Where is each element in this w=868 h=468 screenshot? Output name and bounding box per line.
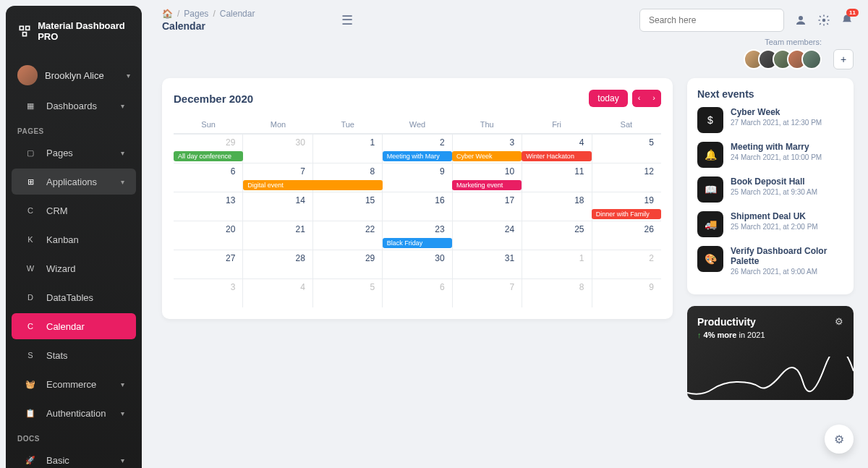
calendar-cell[interactable]: 11 bbox=[522, 163, 591, 192]
calendar-cell[interactable]: 20 bbox=[174, 221, 242, 250]
sidebar-item-calendar[interactable]: C Calendar bbox=[12, 313, 136, 339]
calendar-cell[interactable]: 16 bbox=[382, 192, 451, 221]
calendar-cell[interactable]: 29 bbox=[312, 250, 382, 278]
user-avatar bbox=[17, 65, 38, 85]
user-name: Brooklyn Alice bbox=[45, 70, 127, 81]
topbar: 🏠 / Pages / Calendar Calendar ☰ 11 bbox=[162, 9, 854, 32]
breadcrumb-pages[interactable]: Pages bbox=[184, 9, 208, 19]
sidebar-item-auth[interactable]: 📋 Authentication ▾ bbox=[12, 400, 136, 426]
sidebar-item-applications[interactable]: ⊞ Applications ▾ bbox=[12, 169, 136, 195]
chevron-down-icon: ▾ bbox=[121, 409, 124, 417]
calendar-cell[interactable]: 31 bbox=[452, 250, 522, 278]
sidebar-item-kanban[interactable]: K Kanban bbox=[12, 226, 136, 252]
calendar-cell[interactable]: 9 bbox=[382, 163, 451, 192]
next-events-card: Next events $ Cyber Week 27 March 2021, … bbox=[687, 78, 854, 294]
calendar-week: 293012345All day conferenceMeeting with … bbox=[174, 134, 661, 163]
calendar-cell[interactable]: 26 bbox=[592, 221, 661, 250]
sidebar-item-ecommerce[interactable]: 🧺 Ecommerce ▾ bbox=[12, 371, 136, 397]
calendar-cell[interactable]: 18 bbox=[522, 192, 591, 221]
settings-fab[interactable]: ⚙ bbox=[825, 425, 854, 454]
calendar-cell[interactable]: 5 bbox=[312, 279, 382, 307]
calendar-cell[interactable]: 14 bbox=[242, 192, 312, 221]
today-button[interactable]: today bbox=[589, 90, 627, 107]
calendar-cell[interactable]: 30 bbox=[242, 135, 312, 163]
calendar-cell[interactable]: 5 bbox=[592, 135, 661, 163]
day-header: Wed bbox=[383, 116, 452, 134]
calendar-event[interactable]: Cyber Week bbox=[452, 151, 522, 161]
calendar-cell[interactable]: 6 bbox=[174, 163, 242, 192]
calendar-week: 272829303112 bbox=[174, 250, 661, 278]
svg-rect-2 bbox=[23, 33, 27, 36]
prev-button[interactable]: ‹ bbox=[632, 90, 647, 107]
brand[interactable]: Material Dashboard PRO bbox=[6, 14, 142, 48]
event-date: 25 March 2021, at 2:00 PM bbox=[731, 223, 818, 231]
calendar-cell[interactable]: 25 bbox=[522, 221, 591, 250]
chevron-down-icon: ▾ bbox=[121, 380, 124, 388]
notification-badge: 11 bbox=[846, 9, 859, 17]
sidebar-item-basic[interactable]: 🚀 Basic ▾ bbox=[12, 447, 136, 468]
event-title: Shipment Deal UK bbox=[731, 211, 818, 221]
calendar-cell[interactable]: 6 bbox=[382, 279, 451, 307]
calendar-cell[interactable]: 1 bbox=[312, 135, 382, 163]
calendar-event[interactable]: Digital event bbox=[243, 180, 383, 190]
calendar-cell[interactable]: 4 bbox=[242, 279, 312, 307]
productivity-subtitle: ↑ 4% more in 2021 bbox=[697, 331, 843, 339]
sidebar-user[interactable]: Brooklyn Alice ▾ bbox=[6, 59, 142, 91]
home-icon[interactable]: 🏠 bbox=[162, 9, 173, 19]
search-input[interactable] bbox=[639, 9, 784, 32]
next-button[interactable]: › bbox=[647, 90, 661, 107]
gear-icon[interactable] bbox=[817, 14, 830, 27]
page-title: Calendar bbox=[162, 20, 255, 32]
calendar-cell[interactable]: 8 bbox=[522, 279, 591, 307]
sidebar-item-dashboards[interactable]: ▦ Dashboards ▾ bbox=[12, 93, 136, 119]
calendar-card: December 2020 today ‹ › SunMonTueWedThuF… bbox=[162, 78, 673, 319]
calendar-event[interactable]: Winter Hackaton bbox=[522, 151, 591, 161]
calendar-cell[interactable]: 3 bbox=[174, 279, 242, 307]
sidebar-item-datatables[interactable]: D DataTables bbox=[12, 284, 136, 310]
basket-icon: 🧺 bbox=[23, 377, 38, 391]
event-item[interactable]: 🚚 Shipment Deal UK 25 March 2021, at 2:0… bbox=[697, 211, 843, 237]
calendar-cell[interactable]: 27 bbox=[174, 250, 242, 278]
sidebar-item-wizard[interactable]: W Wizard bbox=[12, 255, 136, 281]
bell-icon[interactable]: 11 bbox=[841, 14, 854, 27]
svg-point-3 bbox=[799, 16, 803, 20]
calendar-cell[interactable]: 1 bbox=[522, 250, 591, 278]
calendar-week: 13141516171819Dinner with Family bbox=[174, 192, 661, 221]
sidebar-heading-docs: DOCS bbox=[6, 427, 142, 446]
event-item[interactable]: 📖 Book Deposit Hall 25 March 2021, at 9:… bbox=[697, 176, 843, 203]
calendar-event[interactable]: All day conference bbox=[174, 151, 243, 161]
calendar-event[interactable]: Dinner with Family bbox=[592, 209, 661, 219]
dashboards-icon: ▦ bbox=[23, 98, 38, 113]
calendar-cell[interactable]: 24 bbox=[452, 221, 522, 250]
calendar-cell[interactable]: 21 bbox=[242, 221, 312, 250]
calendar-cell[interactable]: 22 bbox=[312, 221, 382, 250]
add-button[interactable]: + bbox=[833, 49, 854, 69]
calendar-cell[interactable]: 12 bbox=[592, 163, 661, 192]
calendar-cell[interactable]: 9 bbox=[592, 279, 661, 307]
gear-icon[interactable]: ⚙ bbox=[835, 316, 843, 327]
account-icon[interactable] bbox=[794, 14, 807, 27]
event-item[interactable]: $ Cyber Week 27 March 2021, at 12:30 PM bbox=[697, 107, 843, 133]
calendar-week: 3456789 bbox=[174, 278, 661, 307]
sidebar-item-stats[interactable]: S Stats bbox=[12, 342, 136, 368]
calendar-event[interactable]: Meeting with Mary bbox=[383, 151, 452, 161]
truck-icon: 🚚 bbox=[697, 211, 723, 237]
calendar-cell[interactable]: 7 bbox=[452, 279, 522, 307]
calendar-cell[interactable]: 28 bbox=[242, 250, 312, 278]
event-date: 25 March 2021, at 9:30 AM bbox=[731, 188, 817, 196]
event-item[interactable]: 🔔 Meeting with Marry 24 March 2021, at 1… bbox=[697, 142, 843, 168]
menu-icon[interactable]: ☰ bbox=[341, 12, 353, 28]
calendar-cell[interactable]: 15 bbox=[312, 192, 382, 221]
calendar-cell[interactable]: 30 bbox=[382, 250, 451, 278]
sidebar-item-pages[interactable]: ▢ Pages ▾ bbox=[12, 140, 136, 166]
calendar-event[interactable]: Marketing event bbox=[452, 180, 522, 190]
chevron-down-icon: ▾ bbox=[121, 456, 124, 464]
calendar-cell[interactable]: 13 bbox=[174, 192, 242, 221]
team-avatar[interactable] bbox=[801, 49, 822, 69]
sidebar-item-crm[interactable]: C CRM bbox=[12, 197, 136, 224]
calendar-cell[interactable]: 2 bbox=[592, 250, 661, 278]
event-item[interactable]: 🎨 Verify Dashboard Color Palette 26 Marc… bbox=[697, 246, 843, 276]
calendar-event[interactable]: Black Friday bbox=[383, 238, 452, 248]
calendar-cell[interactable]: 17 bbox=[452, 192, 522, 221]
day-header: Tue bbox=[313, 116, 383, 134]
